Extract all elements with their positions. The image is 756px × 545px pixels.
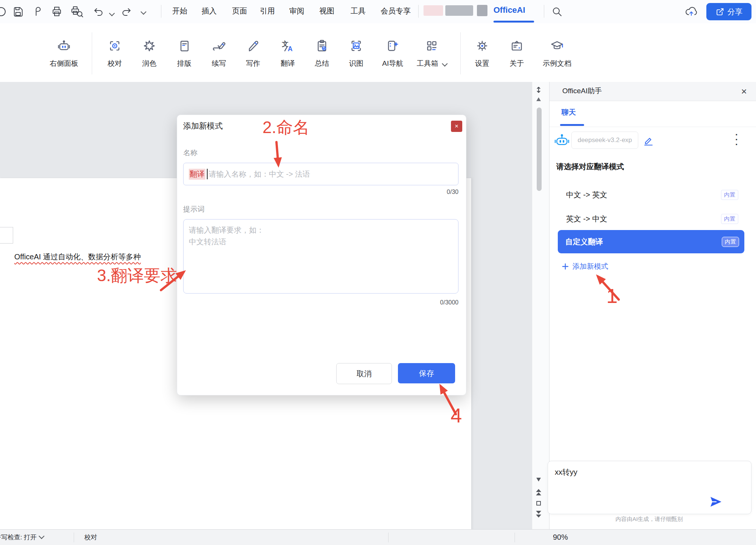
builtin-badge: 内置 [721, 190, 738, 200]
model-selector[interactable]: deepseek-v3.2-exp [571, 132, 638, 149]
mode-item-zh-en[interactable]: 中文 -> 英文 内置 [558, 184, 744, 205]
ribbon-button-summarize[interactable]: 总结 [305, 36, 339, 78]
menu-view[interactable]: 视图 [319, 6, 334, 16]
ribbon-button-label: 总结 [315, 59, 329, 68]
cancel-button[interactable]: 取消 [336, 363, 392, 384]
builtin-badge: 内置 [722, 237, 739, 247]
add-new-mode-button[interactable]: 添加新模式 [559, 260, 611, 273]
menu-page[interactable]: 页面 [232, 6, 247, 16]
sidebar-header: OfficeAI助手 × [550, 82, 756, 101]
titlebar-separator [418, 5, 419, 18]
ribbon-button-layout[interactable]: 排版 [167, 36, 201, 78]
annotation-step2-label: 2.命名 [263, 117, 310, 139]
edit-pencil-icon[interactable] [643, 135, 654, 147]
chevron-down-icon [39, 533, 45, 539]
app-logo-icon [0, 6, 7, 17]
annotation-step4-label: 4 [451, 404, 462, 427]
ribbon-button-sample-document[interactable]: 示例文档 [536, 36, 578, 78]
statusbar-separator [388, 533, 389, 542]
ribbon-separator [460, 32, 461, 74]
titlebar: 开始 插入 页面 引用 审阅 视图 工具 会员专享 OfficeAI 分享 [0, 0, 756, 24]
ribbon-button-translate[interactable]: 文A 翻译 [271, 36, 305, 78]
name-input-value: 翻译 [189, 169, 205, 180]
sidebar-title: OfficeAI助手 [562, 86, 602, 96]
statusbar-separator [515, 533, 515, 542]
scroll-up-icon[interactable] [536, 97, 541, 101]
plus-icon [562, 263, 569, 270]
ribbon-button-right-panel[interactable]: 右侧面板 [39, 36, 88, 78]
dialog-close-button[interactable]: × [451, 121, 462, 132]
scrollbar-thumb[interactable] [537, 107, 542, 191]
print-icon[interactable] [50, 5, 63, 18]
ribbon-button-about[interactable]: 关于 [500, 36, 534, 78]
menu-start[interactable]: 开始 [172, 6, 187, 16]
output-pdf-icon[interactable] [32, 5, 43, 18]
redo-icon[interactable] [121, 6, 132, 17]
share-icon [715, 7, 724, 16]
titlebar-separator [544, 5, 544, 18]
scroll-down-icon[interactable] [536, 477, 541, 482]
ribbon-button-label: 示例文档 [543, 59, 571, 68]
chat-input-box[interactable]: xx转yy [548, 461, 751, 514]
previous-page-icon[interactable] [536, 489, 542, 496]
graduation-cap-icon [550, 36, 565, 56]
ribbon-button-continue-writing[interactable]: 续写 [202, 36, 236, 78]
mode-label: 英文 -> 中文 [566, 214, 607, 224]
titlebar-separator [161, 5, 161, 18]
menu-membership[interactable]: 会员专享 [381, 6, 411, 16]
badge-icon [509, 36, 524, 56]
save-button[interactable]: 保存 [398, 363, 455, 383]
sidebar-close-button[interactable]: × [738, 85, 750, 98]
mode-label: 自定义翻译 [565, 237, 603, 247]
menu-tools[interactable]: 工具 [351, 6, 366, 16]
undo-icon[interactable] [93, 6, 104, 17]
share-button[interactable]: 分享 [706, 3, 751, 20]
sort-handle-icon[interactable] [535, 86, 542, 93]
mode-item-custom-selected[interactable]: 自定义翻译 内置 [558, 230, 744, 253]
undo-dropdown-icon[interactable] [109, 11, 115, 17]
menu-reference[interactable]: 引用 [260, 6, 275, 16]
spellcheck-status[interactable]: 拼写检查: 打开 [0, 533, 44, 542]
more-options-icon[interactable]: ··· [735, 132, 738, 147]
ribbon-button-toolbox[interactable]: 工具箱 [411, 36, 452, 78]
statusbar: 拼写检查: 打开 校对 90% [0, 529, 756, 545]
toolbar-more-icon[interactable] [141, 9, 147, 15]
name-input-placeholder: 请输入名称，如：中文 -> 法语 [209, 169, 310, 179]
zoom-level[interactable]: 90% [553, 533, 568, 542]
chat-input-value: xx转yy [555, 467, 577, 477]
ribbon-button-ai-navigation[interactable]: AI导航 [374, 36, 411, 78]
ribbon-button-image-recognition[interactable]: 识图 [339, 36, 373, 78]
name-input[interactable]: 翻译 请输入名称，如：中文 -> 法语 [183, 163, 458, 185]
search-icon[interactable] [551, 6, 563, 18]
svg-text:A: A [288, 45, 293, 53]
ribbon-button-label: 排版 [177, 59, 191, 68]
ribbon-button-polish[interactable]: 润色 [132, 36, 166, 78]
save-icon[interactable] [12, 5, 24, 18]
print-preview-icon[interactable] [70, 5, 84, 18]
ribbon-button-settings[interactable]: 设置 [465, 36, 499, 78]
toolbox-grid-icon [424, 36, 439, 56]
model-name: deepseek-v3.2-exp [578, 136, 632, 144]
annotation-step1-label: 1 [606, 284, 618, 307]
mode-item-en-zh[interactable]: 英文 -> 中文 内置 [558, 208, 744, 229]
proofread-status[interactable]: 校对 [84, 533, 97, 542]
translate-icon: 文A [280, 36, 295, 56]
share-label: 分享 [727, 7, 742, 17]
ribbon-button-label: 工具箱 [417, 59, 438, 68]
select-browse-object-icon[interactable] [536, 501, 541, 506]
tab-officeai[interactable]: OfficeAI [493, 5, 525, 15]
cloud-upload-icon[interactable] [685, 5, 699, 19]
prompt-placeholder-line1: 请输入翻译要求，如： [189, 224, 453, 236]
menu-review[interactable]: 审阅 [289, 6, 304, 16]
ai-disclaimer: 内容由AI生成，请仔细甄别 [548, 516, 751, 523]
menu-insert[interactable]: 插入 [202, 6, 217, 16]
ribbon-button-writing[interactable]: 写作 [236, 36, 270, 78]
next-page-icon[interactable] [536, 510, 542, 518]
ribbon-button-proofread[interactable]: 校对 [98, 36, 132, 78]
prompt-field-label: 提示词 [183, 204, 205, 214]
prompt-textarea[interactable]: 请输入翻译要求，如： 中文转法语 [183, 219, 458, 294]
tab-chat[interactable]: 聊天 [562, 107, 576, 117]
send-icon[interactable] [709, 495, 723, 509]
ribbon-button-label: AI导航 [382, 59, 403, 68]
officeai-assistant-panel: OfficeAI助手 × 聊天 deepseek-v3.2-exp ··· 请选… [549, 82, 756, 529]
